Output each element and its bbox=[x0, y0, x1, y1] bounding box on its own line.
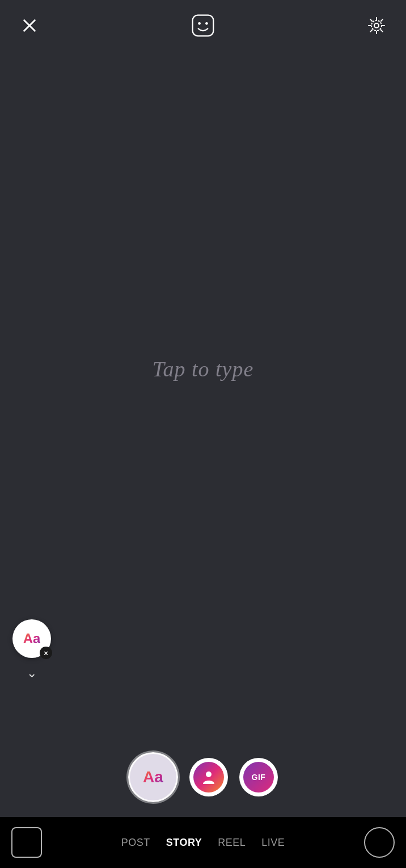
svg-point-6 bbox=[371, 20, 382, 31]
svg-point-5 bbox=[374, 23, 379, 28]
canvas-area[interactable]: Tap to type bbox=[0, 0, 406, 737]
tab-reel[interactable]: REEL bbox=[218, 837, 246, 849]
reels-tool-button[interactable] bbox=[189, 758, 228, 796]
shutter-button[interactable] bbox=[364, 827, 395, 858]
svg-point-3 bbox=[198, 22, 201, 25]
top-bar bbox=[0, 0, 406, 51]
tab-story[interactable]: STORY bbox=[166, 837, 202, 849]
text-tool-button[interactable]: Aa bbox=[128, 752, 178, 802]
gif-icon: GIF bbox=[243, 762, 274, 792]
nav-tabs: POST STORY REEL LIVE bbox=[121, 837, 285, 849]
bottom-toolbar: Aa GIF bbox=[0, 737, 406, 817]
tap-to-type-placeholder: Tap to type bbox=[153, 357, 254, 381]
font-bubble-button[interactable]: Aa × bbox=[12, 619, 51, 658]
chevron-down-icon[interactable]: ⌄ bbox=[27, 666, 37, 681]
svg-rect-2 bbox=[193, 15, 214, 36]
settings-icon[interactable] bbox=[364, 13, 389, 38]
gallery-button[interactable] bbox=[11, 827, 42, 858]
gif-tool-button[interactable]: GIF bbox=[239, 758, 278, 796]
close-button[interactable] bbox=[17, 13, 42, 38]
bottom-nav: POST STORY REEL LIVE bbox=[0, 817, 406, 868]
reels-icon bbox=[193, 762, 224, 792]
sticker-icon[interactable] bbox=[191, 13, 215, 38]
gif-label: GIF bbox=[252, 773, 266, 782]
font-close-button[interactable]: × bbox=[40, 647, 52, 659]
font-selector: Aa × ⌄ bbox=[12, 619, 51, 681]
tab-live[interactable]: LIVE bbox=[261, 837, 285, 849]
svg-point-4 bbox=[205, 22, 208, 25]
font-label: Aa bbox=[23, 631, 41, 647]
text-tool-label: Aa bbox=[143, 768, 163, 786]
svg-point-7 bbox=[206, 771, 212, 777]
tab-post[interactable]: POST bbox=[121, 837, 150, 849]
